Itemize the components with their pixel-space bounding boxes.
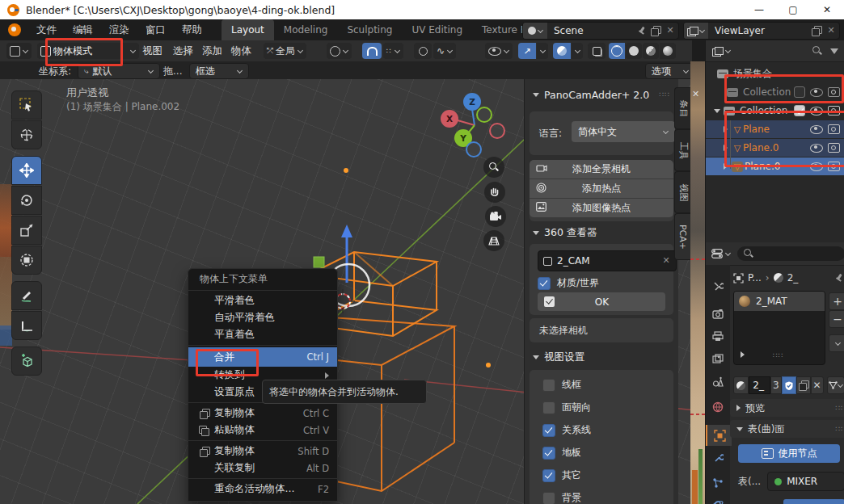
overlays-toggle[interactable] xyxy=(553,43,571,59)
tab-physics[interactable] xyxy=(711,498,724,504)
row-collection[interactable]: Collection xyxy=(706,102,844,120)
properties-search-input[interactable] xyxy=(737,246,844,261)
view-settings-header[interactable]: 视图设置 xyxy=(533,351,584,364)
slot-specials-button[interactable] xyxy=(829,334,844,352)
minimize-button[interactable]: — xyxy=(742,0,776,19)
axis-z-neg-ball[interactable] xyxy=(466,141,482,158)
breadcrumb-object-label[interactable]: P... xyxy=(748,272,762,284)
falloff-dropdown[interactable]: ∿ xyxy=(433,43,456,59)
sidebar-tab-pca[interactable]: PCA+ xyxy=(674,213,691,260)
surface-section-header[interactable]: 表(曲)面 ∷∷ xyxy=(730,420,844,438)
visibility-dropdown[interactable] xyxy=(485,43,513,59)
add-image-hotspot-button[interactable]: 添加图像热点 xyxy=(530,199,673,217)
slot-list-grip[interactable]: ∷∷ xyxy=(773,351,783,359)
scene-selector[interactable]: Scene ✕ xyxy=(522,22,679,40)
workspace-tab-sculpting[interactable]: Sculpting xyxy=(337,19,402,40)
menu-help[interactable]: 帮助 xyxy=(174,19,210,40)
shading-wireframe-button[interactable] xyxy=(609,43,625,59)
expand-caret-icon[interactable] xyxy=(724,126,728,132)
pivot-point-dropdown[interactable] xyxy=(327,43,352,59)
tab-tool[interactable] xyxy=(711,279,724,292)
blender-menu-icon[interactable] xyxy=(8,23,21,36)
checkbox-row-face-orientation[interactable]: 面朝向 xyxy=(542,401,591,414)
camera-object-field[interactable]: 2_CAM ✕ xyxy=(538,250,677,271)
search-icon[interactable] xyxy=(812,46,822,56)
navigation-gizmo[interactable]: Z X Y xyxy=(441,93,509,159)
properties-editor-type-button[interactable] xyxy=(711,249,731,258)
slot-expand-icon[interactable] xyxy=(741,351,745,358)
unlink-material-button[interactable]: ✕ xyxy=(811,376,824,394)
sidebar-tab-view[interactable]: 视图 xyxy=(674,171,691,213)
outliner-editor-type-button[interactable] xyxy=(712,47,731,56)
camera-visibility-icon[interactable] xyxy=(828,124,840,134)
tool-cursor[interactable] xyxy=(11,120,42,149)
menu-render[interactable]: 渲染 xyxy=(101,19,137,40)
menu-add[interactable]: 添加 xyxy=(202,40,222,61)
menu-item-duplicate-objects[interactable]: 复制物体Shift D xyxy=(188,443,337,460)
use-nodes-button[interactable]: 使用节点 xyxy=(738,444,840,463)
panel-grip[interactable]: ∷∷ xyxy=(660,90,670,99)
checkbox-icon[interactable] xyxy=(542,401,555,414)
zoom-button[interactable] xyxy=(483,157,504,178)
viewlayer-name[interactable]: ViewLayer xyxy=(708,25,812,36)
tool-move[interactable] xyxy=(11,156,42,185)
fake-user-shield-button[interactable] xyxy=(782,376,796,394)
checkbox-row-other[interactable]: 其它 xyxy=(542,468,581,482)
camera-visibility-icon[interactable] xyxy=(828,162,840,171)
language-dropdown[interactable]: 简体中文 xyxy=(572,121,675,142)
overlays-dropdown[interactable] xyxy=(572,43,583,59)
camera-visibility-icon[interactable] xyxy=(828,143,840,153)
scene-name[interactable]: Scene xyxy=(547,25,638,36)
row-collection-excluded[interactable]: Collection xyxy=(706,83,844,101)
eye-icon[interactable] xyxy=(810,144,823,153)
menu-item-join[interactable]: 合并Ctrl J xyxy=(188,347,337,367)
link-target-dropdown[interactable] xyxy=(827,376,844,394)
row-plane-001[interactable]: ▽ Plane.0 xyxy=(706,139,844,157)
material-name-field[interactable]: 2_ xyxy=(749,376,770,394)
pin-icon[interactable] xyxy=(638,27,646,35)
shading-solid-button[interactable] xyxy=(626,43,642,59)
expand-caret-icon[interactable] xyxy=(724,163,728,170)
viewer-section-header[interactable]: 360 查看器 xyxy=(533,226,597,240)
menu-edit[interactable]: 编辑 xyxy=(65,19,101,40)
sidebar-tab-tool[interactable]: 工具 xyxy=(674,129,691,171)
menu-select[interactable]: 选择 xyxy=(173,40,193,61)
tab-object[interactable] xyxy=(706,425,732,446)
tool-transform[interactable] xyxy=(11,246,42,275)
workspace-tab-modeling[interactable]: Modeling xyxy=(274,19,338,40)
checkbox-row-background[interactable]: 背景 xyxy=(542,491,581,504)
camera-visibility-icon[interactable] xyxy=(828,87,840,97)
tab-render[interactable] xyxy=(711,307,724,320)
checkbox-row-relationship-lines[interactable]: 关系线 xyxy=(542,423,591,437)
checkbox-icon[interactable] xyxy=(542,469,555,482)
select-mode-dropdown[interactable]: 框选 xyxy=(189,63,249,79)
workspace-tab-uvediting[interactable]: UV Editing xyxy=(402,19,472,40)
eye-icon[interactable] xyxy=(810,125,823,134)
maximize-button[interactable]: ▢ xyxy=(776,0,810,19)
viewlayer-selector[interactable]: ViewLayer ✕ xyxy=(683,22,840,40)
viewlayer-browse-button[interactable] xyxy=(684,23,708,39)
editor-type-button[interactable] xyxy=(6,43,32,59)
remove-slot-button[interactable]: − xyxy=(829,310,844,328)
new-scene-icon[interactable] xyxy=(651,26,660,36)
expand-caret-icon[interactable] xyxy=(714,109,720,113)
remove-viewlayer-icon[interactable]: ✕ xyxy=(826,26,836,36)
tool-measure[interactable] xyxy=(11,311,42,340)
tool-rotate[interactable] xyxy=(11,186,42,215)
coord-preset-dropdown[interactable]: ⤷ 默认 xyxy=(78,63,160,79)
checkbox-icon[interactable] xyxy=(542,424,555,437)
menu-item-shade-auto-smooth[interactable]: 自动平滑着色 xyxy=(188,309,337,326)
tab-scene[interactable] xyxy=(711,375,724,388)
checkbox-icon[interactable] xyxy=(542,492,555,504)
proportional-editing-toggle[interactable] xyxy=(414,43,432,59)
ortho-toggle-button[interactable] xyxy=(483,230,504,251)
checkbox-icon[interactable] xyxy=(538,277,551,290)
tool-annotate[interactable] xyxy=(11,281,42,310)
gizmos-dropdown[interactable] xyxy=(537,43,548,59)
menu-item-copy-objects[interactable]: 复制物体Ctrl C xyxy=(188,405,337,422)
menu-object[interactable]: 物体 xyxy=(231,40,251,61)
checkbox-row-floor[interactable]: 地板 xyxy=(542,446,581,460)
xray-toggle[interactable] xyxy=(588,43,606,59)
menu-file[interactable]: 文件 xyxy=(28,19,65,40)
unlink-scene-icon[interactable]: ✕ xyxy=(665,26,675,36)
